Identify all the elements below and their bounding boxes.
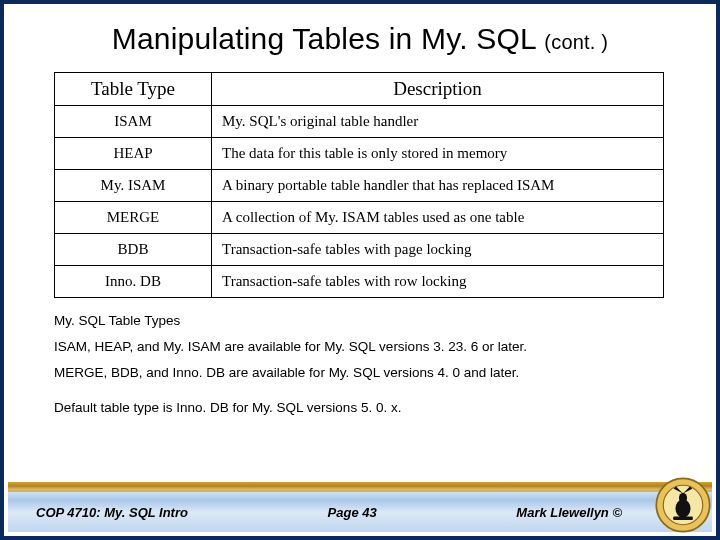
notes-heading: My. SQL Table Types bbox=[54, 312, 666, 330]
table-row: My. ISAM A binary portable table handler… bbox=[55, 170, 664, 202]
cell-desc: The data for this table is only stored i… bbox=[212, 138, 664, 170]
footer-course: COP 4710: My. SQL Intro bbox=[36, 505, 188, 520]
header-table-type: Table Type bbox=[55, 73, 212, 106]
cell-type: Inno. DB bbox=[55, 266, 212, 298]
title-main: Manipulating Tables in My. SQL bbox=[112, 22, 536, 55]
notes-line: Default table type is Inno. DB for My. S… bbox=[54, 399, 666, 417]
title-suffix: (cont. ) bbox=[544, 31, 608, 53]
footer-author: Mark Llewellyn © bbox=[516, 505, 622, 520]
header-description: Description bbox=[212, 73, 664, 106]
cell-type: BDB bbox=[55, 234, 212, 266]
footer-page: Page 43 bbox=[188, 505, 516, 520]
table-row: BDB Transaction-safe tables with page lo… bbox=[55, 234, 664, 266]
cell-type: MERGE bbox=[55, 202, 212, 234]
slide: Manipulating Tables in My. SQL (cont. ) … bbox=[0, 0, 720, 540]
cell-desc: Transaction-safe tables with row locking bbox=[212, 266, 664, 298]
table-row: ISAM My. SQL's original table handler bbox=[55, 106, 664, 138]
notes-block: My. SQL Table Types ISAM, HEAP, and My. … bbox=[54, 312, 666, 417]
cell-type: ISAM bbox=[55, 106, 212, 138]
cell-type: My. ISAM bbox=[55, 170, 212, 202]
table-row: MERGE A collection of My. ISAM tables us… bbox=[55, 202, 664, 234]
table-row: Inno. DB Transaction-safe tables with ro… bbox=[55, 266, 664, 298]
notes-line: MERGE, BDB, and Inno. DB are available f… bbox=[54, 364, 666, 382]
cell-desc: A binary portable table handler that has… bbox=[212, 170, 664, 202]
cell-desc: A collection of My. ISAM tables used as … bbox=[212, 202, 664, 234]
table-header-row: Table Type Description bbox=[55, 73, 664, 106]
slide-title: Manipulating Tables in My. SQL (cont. ) bbox=[44, 22, 676, 56]
table-types-table: Table Type Description ISAM My. SQL's or… bbox=[54, 72, 664, 298]
footer: COP 4710: My. SQL Intro Page 43 Mark Lle… bbox=[8, 482, 712, 532]
ucf-seal-icon bbox=[654, 476, 712, 534]
notes-line: ISAM, HEAP, and My. ISAM are available f… bbox=[54, 338, 666, 356]
table-row: HEAP The data for this table is only sto… bbox=[55, 138, 664, 170]
svg-point-3 bbox=[675, 499, 690, 518]
cell-desc: Transaction-safe tables with page lockin… bbox=[212, 234, 664, 266]
footer-band: COP 4710: My. SQL Intro Page 43 Mark Lle… bbox=[8, 491, 712, 532]
cell-desc: My. SQL's original table handler bbox=[212, 106, 664, 138]
cell-type: HEAP bbox=[55, 138, 212, 170]
svg-rect-4 bbox=[673, 517, 693, 520]
